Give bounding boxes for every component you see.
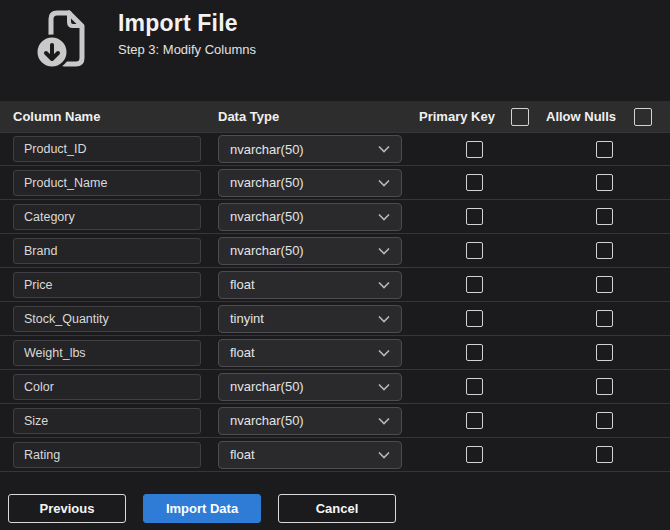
chevron-down-icon — [378, 315, 390, 323]
previous-button[interactable]: Previous — [8, 494, 126, 523]
allow-nulls-checkbox[interactable] — [596, 378, 613, 395]
table-row: nvarchar(50) — [0, 404, 670, 438]
primary-key-cell — [419, 446, 529, 463]
allow-nulls-checkbox[interactable] — [596, 446, 613, 463]
allow-nulls-checkbox[interactable] — [596, 174, 613, 191]
column-name-cell — [13, 136, 201, 162]
primary-key-checkbox[interactable] — [466, 344, 483, 361]
chevron-down-icon — [378, 349, 390, 357]
allow-nulls-cell — [546, 242, 662, 259]
primary-key-checkbox[interactable] — [466, 174, 483, 191]
data-type-cell: tinyint — [218, 305, 402, 333]
allow-nulls-cell — [546, 174, 662, 191]
allow-nulls-checkbox[interactable] — [596, 276, 613, 293]
allow-nulls-checkbox[interactable] — [596, 412, 613, 429]
allow-nulls-header: Allow Nulls — [546, 109, 616, 124]
data-type-select[interactable]: nvarchar(50) — [218, 203, 402, 231]
data-type-select[interactable]: nvarchar(50) — [218, 169, 402, 197]
data-type-select[interactable]: nvarchar(50) — [218, 237, 402, 265]
primary-key-checkbox[interactable] — [466, 208, 483, 225]
primary-key-checkbox[interactable] — [466, 276, 483, 293]
data-type-value: nvarchar(50) — [230, 209, 304, 224]
column-name-input[interactable] — [13, 442, 201, 468]
data-type-cell: nvarchar(50) — [218, 237, 402, 265]
data-type-value: float — [230, 447, 255, 462]
primary-key-checkbox[interactable] — [466, 412, 483, 429]
allow-nulls-checkbox[interactable] — [596, 141, 613, 158]
data-type-cell: nvarchar(50) — [218, 169, 402, 197]
data-type-select[interactable]: nvarchar(50) — [218, 135, 402, 163]
column-name-cell — [13, 170, 201, 196]
data-type-value: nvarchar(50) — [230, 142, 304, 157]
allow-nulls-cell — [546, 344, 662, 361]
allow-nulls-checkbox[interactable] — [596, 344, 613, 361]
allow-nulls-checkbox[interactable] — [596, 242, 613, 259]
dialog-footer: Previous Import Data Cancel — [0, 494, 670, 523]
allow-nulls-cell — [546, 141, 662, 158]
primary-key-checkbox[interactable] — [466, 141, 483, 158]
data-type-value: float — [230, 345, 255, 360]
column-name-input[interactable] — [13, 306, 201, 332]
data-type-select[interactable]: nvarchar(50) — [218, 373, 402, 401]
data-type-header: Data Type — [218, 109, 402, 124]
chevron-down-icon — [378, 417, 390, 425]
column-name-cell — [13, 272, 201, 298]
allow-nulls-cell — [546, 378, 662, 395]
primary-key-cell — [419, 242, 529, 259]
dialog-header: Import File Step 3: Modify Columns — [0, 0, 670, 101]
data-type-select[interactable]: float — [218, 271, 402, 299]
table-header: Column Name Data Type Primary Key Allow … — [0, 101, 670, 132]
column-name-input[interactable] — [13, 340, 201, 366]
data-type-select[interactable]: nvarchar(50) — [218, 407, 402, 435]
data-type-cell: nvarchar(50) — [218, 373, 402, 401]
primary-key-checkbox[interactable] — [466, 378, 483, 395]
column-name-input[interactable] — [13, 170, 201, 196]
column-name-input[interactable] — [13, 374, 201, 400]
data-type-value: nvarchar(50) — [230, 175, 304, 190]
select-all-primary-key-checkbox[interactable] — [511, 108, 529, 126]
table-row: float — [0, 336, 670, 370]
primary-key-cell — [419, 310, 529, 327]
allow-nulls-cell — [546, 310, 662, 327]
allow-nulls-checkbox[interactable] — [596, 310, 613, 327]
file-download-icon — [24, 9, 96, 75]
data-type-select[interactable]: tinyint — [218, 305, 402, 333]
page-subtitle: Step 3: Modify Columns — [118, 42, 256, 57]
column-name-cell — [13, 306, 201, 332]
column-name-cell — [13, 238, 201, 264]
allow-nulls-checkbox[interactable] — [596, 208, 613, 225]
allow-nulls-cell — [546, 412, 662, 429]
column-name-input[interactable] — [13, 272, 201, 298]
column-name-input[interactable] — [13, 408, 201, 434]
data-type-cell: nvarchar(50) — [218, 203, 402, 231]
column-name-input[interactable] — [13, 136, 201, 162]
primary-key-cell — [419, 208, 529, 225]
primary-key-cell — [419, 344, 529, 361]
primary-key-checkbox[interactable] — [466, 446, 483, 463]
primary-key-cell — [419, 412, 529, 429]
primary-key-header: Primary Key — [419, 109, 495, 124]
primary-key-checkbox[interactable] — [466, 242, 483, 259]
import-data-button[interactable]: Import Data — [143, 494, 261, 523]
chevron-down-icon — [378, 451, 390, 459]
column-name-cell — [13, 204, 201, 230]
data-type-select[interactable]: float — [218, 339, 402, 367]
data-type-value: float — [230, 277, 255, 292]
select-all-allow-nulls-checkbox[interactable] — [634, 108, 652, 126]
table-row: nvarchar(50) — [0, 234, 670, 268]
column-name-cell — [13, 374, 201, 400]
data-type-select[interactable]: float — [218, 441, 402, 469]
cancel-button[interactable]: Cancel — [278, 494, 396, 523]
table-row: nvarchar(50) — [0, 370, 670, 404]
column-name-input[interactable] — [13, 238, 201, 264]
primary-key-checkbox[interactable] — [466, 310, 483, 327]
primary-key-header-group: Primary Key — [419, 108, 529, 126]
chevron-down-icon — [378, 247, 390, 255]
header-text: Import File Step 3: Modify Columns — [118, 7, 256, 57]
table-row: nvarchar(50) — [0, 132, 670, 166]
data-type-value: nvarchar(50) — [230, 243, 304, 258]
allow-nulls-cell — [546, 446, 662, 463]
data-type-value: nvarchar(50) — [230, 413, 304, 428]
data-type-cell: nvarchar(50) — [218, 135, 402, 163]
column-name-input[interactable] — [13, 204, 201, 230]
